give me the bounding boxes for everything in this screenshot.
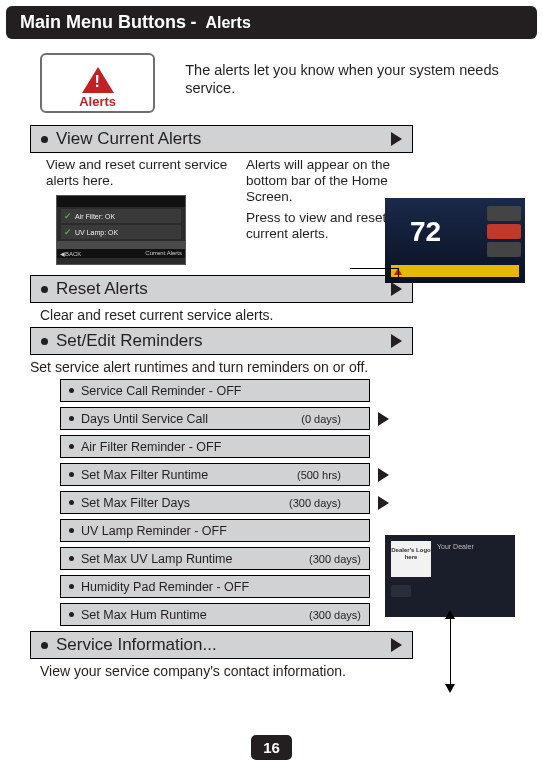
view-current-mid: Alerts will appear on the bottom bar of … [246,157,396,242]
thumb2-alert-bar [391,265,519,277]
alerts-card-label: Alerts [79,94,116,109]
reminder-max-hum-runtime[interactable]: Set Max Hum Runtime(300 days) [60,603,370,626]
intro-text: The alerts let you know when your system… [185,61,523,97]
page-number: 16 [251,735,292,760]
dealer-logo-placeholder: Dealer's Logo here [391,541,431,577]
reminder-max-uv-runtime[interactable]: Set Max UV Lamp Runtime(300 days) [60,547,370,570]
thumb2-sb3 [487,242,521,257]
chevron-right-icon [378,468,389,482]
page-number-wrap: 16 [0,735,543,760]
bullet-icon [41,136,48,143]
set-edit-caption: Set service alert runtimes and turn remi… [30,359,543,375]
view-current-alerts-label: View Current Alerts [41,129,201,149]
header-title: Main Menu Buttons [20,12,186,32]
service-info-label: Service Information... [41,635,217,655]
connector-line [450,617,451,690]
header-crumb: Alerts [205,14,250,31]
chevron-right-icon [391,282,402,296]
thumb2-temp: 72 [410,216,441,248]
vca-mid-caption2: Press to view and reset current alerts. [246,210,396,242]
reminder-days-until-service[interactable]: Days Until Service Call(0 days) [60,407,370,430]
service-info-caption: View your service company's contact info… [40,663,543,679]
vca-mid-caption1: Alerts will appear on the bottom bar of … [246,157,396,206]
check-icon: ✓ [64,227,72,237]
dealer-info-thumbnail: Dealer's Logo here Your Dealer [385,535,515,617]
view-current-left: View and reset current service alerts he… [46,157,236,265]
chevron-right-icon [391,132,402,146]
bullet-icon [41,286,48,293]
reminder-humidity-pad-off[interactable]: Humidity Pad Reminder - OFF [60,575,370,598]
thumb1-backrow: ◀BACKCurrent Alerts [57,249,185,258]
reminder-max-filter-runtime[interactable]: Set Max Filter Runtime(500 hrs) [60,463,370,486]
reset-alerts-button[interactable]: Reset Alerts [30,275,413,303]
bullet-icon [69,612,74,617]
reminder-service-call-off[interactable]: Service Call Reminder - OFF [60,379,370,402]
intro-block: ! Alerts The alerts let you know when yo… [40,53,523,113]
bullet-icon [69,444,74,449]
thumb1-line1: ✓Air Filter: OK [61,209,181,223]
chevron-right-icon [378,412,389,426]
thumb1-line2: ✓UV Lamp: OK [61,225,181,239]
chevron-right-icon [378,496,389,510]
thumb1-topbar [57,196,185,207]
reminder-air-filter-off[interactable]: Air Filter Reminder - OFF [60,435,370,458]
thumb2-sb1 [487,206,521,221]
bullet-icon [69,528,74,533]
connector-line [350,268,398,269]
home-screen-thumbnail: 72 [385,198,525,283]
arrow-down-icon [445,684,455,693]
alert-triangle-icon: ! [82,67,114,93]
arrow-up-icon [445,610,455,619]
connector-line [398,268,399,278]
reset-alerts-label: Reset Alerts [41,279,148,299]
set-edit-reminders-button[interactable]: Set/Edit Reminders [30,327,413,355]
check-icon: ✓ [64,211,72,221]
alerts-card[interactable]: ! Alerts [40,53,155,113]
dealer-header: Your Dealer [437,543,474,550]
service-info-wrap: Service Information... View your service… [0,631,543,679]
bullet-icon [69,500,74,505]
thumb2-sidebar [487,206,521,260]
bullet-icon [69,556,74,561]
vca-left-caption: View and reset current service alerts he… [46,157,236,189]
alert-exclaim: ! [95,73,100,91]
bullet-icon [69,388,74,393]
thumb2-sb2 [487,224,521,239]
set-edit-label: Set/Edit Reminders [41,331,202,351]
thumb1-botrow [57,241,185,249]
bullet-icon [41,642,48,649]
bullet-icon [69,584,74,589]
reminder-uv-lamp-off[interactable]: UV Lamp Reminder - OFF [60,519,370,542]
reminder-max-filter-days[interactable]: Set Max Filter Days(300 days) [60,491,370,514]
header-separator: - [190,12,205,32]
dealer-tab [391,585,411,597]
page-header: Main Menu Buttons - Alerts [6,6,537,39]
reset-alerts-caption: Clear and reset current service alerts. [40,307,543,323]
chevron-right-icon [391,334,402,348]
bullet-icon [69,416,74,421]
bullet-icon [41,338,48,345]
bullet-icon [69,472,74,477]
view-current-alerts-button[interactable]: View Current Alerts [30,125,413,153]
chevron-right-icon [391,638,402,652]
service-information-button[interactable]: Service Information... [30,631,413,659]
current-alerts-thumbnail: ✓Air Filter: OK ✓UV Lamp: OK ◀BACKCurren… [56,195,186,265]
